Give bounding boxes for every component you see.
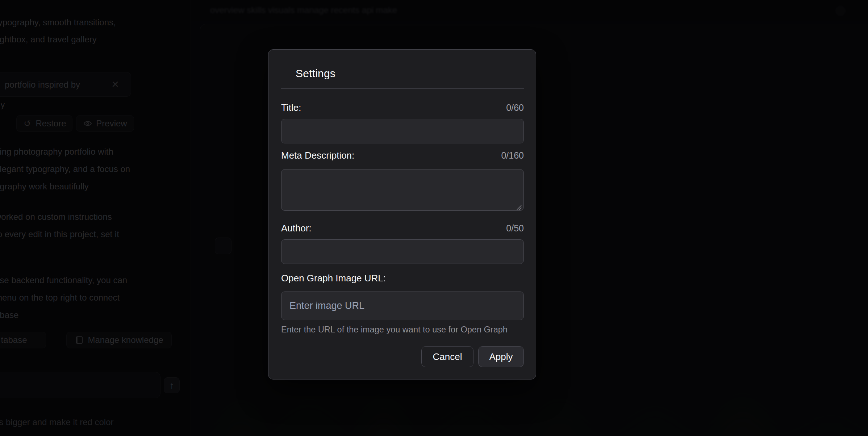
- title-input[interactable]: [281, 119, 524, 143]
- dialog-title: Settings: [296, 67, 335, 80]
- cancel-button[interactable]: Cancel: [421, 346, 473, 367]
- author-counter: 0/50: [506, 223, 524, 234]
- resize-handle-icon[interactable]: [515, 203, 522, 210]
- meta-description-counter: 0/160: [501, 150, 524, 161]
- settings-dialog: Settings Title: 0/60 Meta Description: 0…: [268, 49, 536, 380]
- divider: [281, 88, 524, 89]
- author-label: Author:: [281, 223, 312, 234]
- author-input[interactable]: [281, 239, 524, 264]
- title-field-row: Title: 0/60: [281, 101, 524, 114]
- meta-description-textarea[interactable]: [281, 169, 524, 211]
- meta-description-label: Meta Description:: [281, 150, 354, 161]
- og-image-helper-text: Enter the URL of the image you want to u…: [281, 325, 508, 335]
- dialog-actions: Cancel Apply: [421, 346, 524, 367]
- og-image-url-input[interactable]: [281, 292, 524, 320]
- og-image-field-row: Open Graph Image URL:: [281, 272, 524, 284]
- meta-description-field-row: Meta Description: 0/160: [281, 149, 524, 162]
- author-field-row: Author: 0/50: [281, 222, 524, 234]
- title-label: Title:: [281, 102, 301, 113]
- apply-button[interactable]: Apply: [478, 346, 524, 367]
- title-counter: 0/60: [506, 102, 524, 113]
- og-image-label: Open Graph Image URL:: [281, 273, 386, 284]
- app-screen: overview skills visuals manage recents a…: [0, 0, 868, 436]
